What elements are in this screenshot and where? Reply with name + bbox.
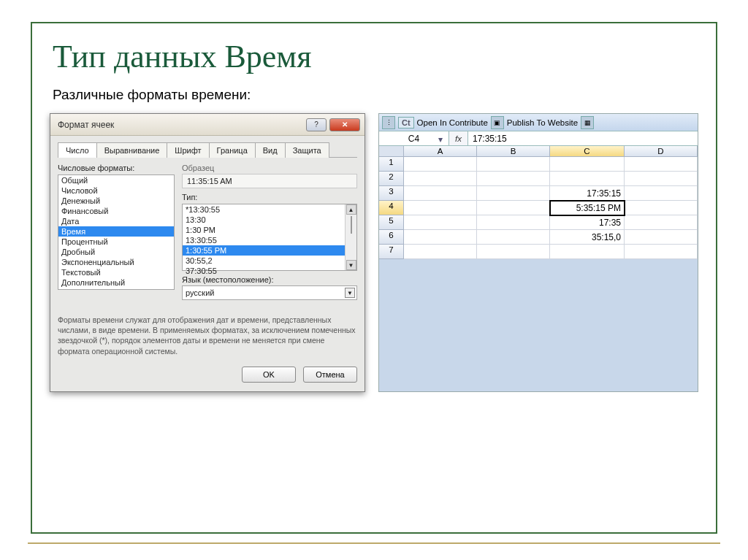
row-header-selected[interactable]: 4 [379, 201, 404, 215]
cell[interactable] [477, 215, 550, 230]
cell[interactable] [625, 215, 698, 230]
row-header[interactable]: 5 [379, 215, 404, 230]
col-header[interactable]: D [625, 146, 698, 157]
format-cells-dialog: Формат ячеек ? ✕ Число Выравнивание Шриф… [50, 113, 365, 392]
type-item[interactable]: 1:30 PM [183, 225, 345, 235]
cell[interactable] [477, 157, 550, 172]
row-header[interactable]: 6 [379, 230, 404, 245]
sample-box: 11:35:15 AM [182, 174, 357, 188]
list-item[interactable]: Текстовый [58, 267, 174, 277]
type-item[interactable]: 13:30:55 [183, 235, 345, 245]
list-item[interactable]: Общий [58, 175, 174, 185]
col-header[interactable]: B [477, 146, 550, 157]
row-header[interactable]: 3 [379, 186, 404, 201]
row-header[interactable]: 2 [379, 172, 404, 186]
formula-bar: C4 ▾ fx 17:35:15 [379, 131, 698, 146]
tab-border[interactable]: Граница [209, 142, 256, 158]
cell[interactable] [625, 157, 698, 172]
extra-icon[interactable]: ▦ [581, 116, 594, 129]
cell[interactable] [625, 201, 698, 215]
cell[interactable] [477, 172, 550, 186]
cell-C4-selected[interactable]: 5:35:15 PM [550, 201, 625, 215]
scroll-down-icon[interactable]: ▼ [346, 260, 356, 270]
list-item-selected[interactable]: Время [58, 226, 174, 237]
cell[interactable] [404, 215, 477, 230]
help-button[interactable]: ? [306, 118, 327, 131]
dialog-title: Формат ячеек [58, 120, 114, 130]
type-item[interactable]: 37:30:55 [183, 266, 345, 276]
formats-listbox[interactable]: Общий Числовой Денежный Финансовый Дата … [58, 174, 175, 290]
sample-label: Образец [182, 164, 357, 172]
cell[interactable] [550, 172, 625, 186]
select-all-corner[interactable] [379, 146, 404, 157]
open-contribute-button[interactable]: Open In Contribute [417, 118, 488, 127]
type-scrollbar[interactable]: ▲ ▼ [345, 204, 356, 270]
namebox-dropdown-icon[interactable]: ▾ [438, 134, 447, 143]
formula-value[interactable]: 17:35:15 [468, 131, 698, 145]
cancel-button[interactable]: Отмена [303, 367, 357, 383]
row-header[interactable]: 7 [379, 245, 404, 259]
scroll-thumb[interactable] [351, 216, 352, 234]
cell[interactable] [404, 245, 477, 259]
ok-button[interactable]: OK [242, 367, 296, 383]
slide-frame: Тип данных Время Различные форматы време… [31, 22, 717, 534]
list-item[interactable]: Дополнительный [58, 277, 174, 288]
list-item[interactable]: Дробный [58, 247, 174, 257]
cell[interactable] [404, 230, 477, 245]
cell[interactable] [550, 245, 625, 259]
cell[interactable] [550, 157, 625, 172]
cell[interactable] [625, 172, 698, 186]
lang-combobox[interactable]: русский ▼ [182, 285, 357, 300]
tab-number[interactable]: Число [58, 142, 97, 158]
list-item[interactable]: (все форматы) [58, 288, 174, 290]
cell[interactable] [404, 157, 477, 172]
type-item[interactable]: *13:30:55 [183, 204, 345, 215]
cell[interactable] [625, 230, 698, 245]
cell[interactable] [625, 186, 698, 201]
col-header-selected[interactable]: C [550, 146, 625, 157]
tab-fill[interactable]: Вид [255, 142, 286, 158]
tab-font[interactable]: Шрифт [167, 142, 209, 158]
type-item-selected[interactable]: 1:30:55 PM [183, 245, 345, 256]
name-box[interactable]: C4 ▾ [379, 131, 449, 145]
content-area: Формат ячеек ? ✕ Число Выравнивание Шриф… [32, 109, 716, 398]
publish-website-button[interactable]: Publish To Website [507, 118, 578, 127]
list-item[interactable]: Дата [58, 216, 174, 226]
list-item[interactable]: Финансовый [58, 206, 174, 216]
dialog-titlebar[interactable]: Формат ячеек ? ✕ [50, 114, 365, 136]
cell[interactable] [404, 172, 477, 186]
cell[interactable] [477, 230, 550, 245]
type-listbox[interactable]: *13:30:55 13:30 1:30 PM 13:30:55 1:30:55… [182, 204, 357, 271]
sheet-toolbar: ⋮ Ct Open In Contribute ▣ Publish To Web… [379, 114, 698, 131]
slide-title: Тип данных Время [32, 23, 716, 80]
dropdown-icon[interactable]: ▼ [345, 288, 355, 298]
type-item[interactable]: 13:30 [183, 215, 345, 225]
formats-label: Числовые форматы: [58, 164, 175, 172]
tab-protection[interactable]: Защита [285, 142, 329, 158]
excel-sheet: ⋮ Ct Open In Contribute ▣ Publish To Web… [378, 113, 698, 392]
scroll-up-icon[interactable]: ▲ [346, 204, 356, 215]
list-item[interactable]: Денежный [58, 196, 174, 206]
cell[interactable] [477, 186, 550, 201]
cell-C5[interactable]: 17:35 [550, 215, 625, 230]
cell[interactable] [477, 245, 550, 259]
cell-grid[interactable]: A B C D 1 2 317:35:15 45:35:15 PM 517:35… [379, 146, 698, 259]
row-header[interactable]: 1 [379, 157, 404, 172]
cell[interactable] [404, 201, 477, 215]
type-item[interactable]: 30:55,2 [183, 256, 345, 266]
col-header[interactable]: A [404, 146, 477, 157]
list-item[interactable]: Процентный [58, 237, 174, 247]
list-item[interactable]: Экспоненциальный [58, 257, 174, 267]
cell[interactable] [404, 186, 477, 201]
list-item[interactable]: Числовой [58, 185, 174, 196]
publish-icon[interactable]: ▣ [491, 116, 504, 129]
cell[interactable] [477, 201, 550, 215]
cell-C3[interactable]: 17:35:15 [550, 186, 625, 201]
close-button[interactable]: ✕ [329, 118, 360, 131]
cell[interactable] [625, 245, 698, 259]
fx-label[interactable]: fx [449, 131, 468, 145]
footer-rule [28, 542, 720, 544]
cell-C6[interactable]: 35:15,0 [550, 230, 625, 245]
ct-badge: Ct [398, 117, 414, 129]
tab-alignment[interactable]: Выравнивание [96, 142, 168, 158]
